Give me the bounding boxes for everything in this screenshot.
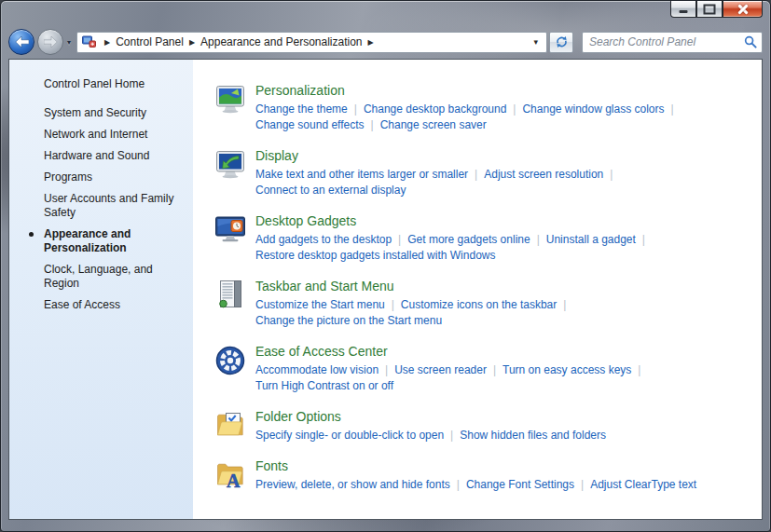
- task-link-line: Specify single- or double-click to open|…: [255, 428, 606, 443]
- refresh-icon: [555, 35, 569, 48]
- category-section: Taskbar and Start MenuCustomize the Star…: [213, 278, 754, 329]
- sidebar-item[interactable]: System and Security: [9, 102, 193, 124]
- maximize-button[interactable]: [696, 1, 723, 18]
- breadcrumb-control-panel[interactable]: Control Panel: [116, 35, 184, 48]
- task-link[interactable]: Restore desktop gadgets installed with W…: [255, 249, 495, 262]
- link-separator: |: [665, 102, 681, 116]
- sidebar-item-label: Appearance and Personalization: [44, 227, 131, 254]
- personalization-icon[interactable]: [213, 83, 247, 116]
- breadcrumb-chevron-icon[interactable]: ▶: [184, 38, 200, 47]
- search-icon[interactable]: [744, 35, 757, 48]
- sidebar-items: System and SecurityNetwork and InternetH…: [9, 102, 193, 316]
- link-separator: |: [348, 102, 364, 116]
- task-link-line: Connect to an external display: [255, 183, 619, 198]
- category-title[interactable]: Taskbar and Start Menu: [255, 278, 572, 294]
- link-separator: |: [379, 363, 394, 376]
- sidebar-item-label: Hardware and Sound: [44, 149, 149, 162]
- task-link[interactable]: Turn on easy access keys: [503, 363, 631, 376]
- svg-text:A: A: [227, 471, 241, 491]
- category-list: PersonalizationChange the theme|Change d…: [213, 82, 754, 493]
- task-link-line: Customize the Start menu|Customize icons…: [255, 297, 572, 313]
- task-link[interactable]: Use screen reader: [394, 363, 487, 376]
- task-link[interactable]: Change screen saver: [380, 118, 487, 131]
- recent-pages-dropdown-icon[interactable]: ▾: [67, 38, 71, 47]
- sidebar-item-label: Network and Internet: [44, 128, 147, 141]
- search-input[interactable]: [587, 34, 740, 49]
- desktop-gadgets-icon[interactable]: [213, 213, 247, 247]
- refresh-button[interactable]: [549, 32, 573, 53]
- task-link[interactable]: Adjust ClearType text: [590, 478, 696, 491]
- task-link[interactable]: Change window glass colors: [522, 102, 664, 116]
- address-bar[interactable]: ▶ Control Panel ▶ Appearance and Persona…: [76, 32, 547, 53]
- control-panel-icon: [82, 35, 96, 48]
- link-separator: |: [603, 168, 619, 181]
- task-link[interactable]: Add gadgets to the desktop: [255, 233, 392, 246]
- display-icon[interactable]: [213, 148, 247, 182]
- task-link[interactable]: Change the theme: [255, 102, 348, 116]
- breadcrumb-chevron-icon[interactable]: ▶: [99, 38, 116, 47]
- task-link[interactable]: Connect to an external display: [255, 184, 406, 197]
- sidebar-item[interactable]: Appearance and Personalization: [9, 224, 193, 259]
- sidebar-item[interactable]: Clock, Language, and Region: [9, 259, 193, 294]
- task-link[interactable]: Uninstall a gadget: [546, 233, 636, 246]
- task-link[interactable]: Get more gadgets online: [407, 233, 530, 246]
- fonts-icon[interactable]: A: [213, 458, 247, 492]
- ease-of-access-icon[interactable]: [213, 344, 247, 377]
- search-box[interactable]: [582, 32, 763, 53]
- folder-options-icon[interactable]: [213, 409, 247, 443]
- minimize-button[interactable]: [670, 1, 696, 18]
- task-link-line: Turn High Contrast on or off: [255, 378, 647, 394]
- sidebar-item-label: Ease of Access: [44, 298, 120, 311]
- link-separator: |: [365, 118, 380, 131]
- category-section: PersonalizationChange the theme|Change d…: [213, 82, 754, 133]
- link-separator: |: [487, 363, 503, 376]
- back-arrow-icon: [15, 36, 29, 48]
- task-link[interactable]: Turn High Contrast on or off: [255, 379, 393, 392]
- task-link-line: Make text and other items larger or smal…: [255, 167, 619, 183]
- taskbar-start-menu-icon[interactable]: [213, 279, 247, 312]
- category-title[interactable]: Ease of Access Center: [255, 343, 647, 360]
- task-link[interactable]: Accommodate low vision: [255, 363, 379, 376]
- sidebar-control-panel-home[interactable]: Control Panel Home: [44, 77, 187, 90]
- forward-button[interactable]: [37, 29, 63, 55]
- link-separator: |: [468, 168, 484, 181]
- task-link[interactable]: Adjust screen resolution: [484, 168, 603, 181]
- task-link[interactable]: Change the picture on the Start menu: [255, 314, 442, 327]
- maximize-icon: [704, 4, 716, 14]
- title-bar[interactable]: [1, 1, 770, 27]
- sidebar-item[interactable]: Network and Internet: [9, 124, 193, 145]
- task-link[interactable]: Customize the Start menu: [255, 298, 385, 311]
- category-section: Ease of Access CenterAccommodate low vis…: [213, 343, 754, 394]
- address-history-dropdown-icon[interactable]: ▾: [530, 37, 542, 47]
- breadcrumb-chevron-icon[interactable]: ▶: [363, 38, 379, 47]
- task-link[interactable]: Change desktop background: [364, 102, 506, 116]
- category-section: Folder OptionsSpecify single- or double-…: [213, 408, 754, 443]
- active-item-bullet-icon: [29, 232, 34, 237]
- close-button[interactable]: [723, 1, 763, 18]
- back-button[interactable]: [8, 29, 34, 55]
- window-body: Control Panel Home System and SecurityNe…: [8, 59, 763, 520]
- category-title[interactable]: Folder Options: [255, 408, 606, 425]
- category-title[interactable]: Desktop Gadgets: [255, 212, 652, 229]
- task-link-line: Add gadgets to the desktop|Get more gadg…: [255, 232, 652, 248]
- sidebar-item[interactable]: Ease of Access: [9, 294, 193, 316]
- task-link[interactable]: Make text and other items larger or smal…: [255, 168, 468, 181]
- task-link[interactable]: Show hidden files and folders: [460, 429, 606, 442]
- sidebar-item[interactable]: Programs: [9, 167, 193, 188]
- task-link[interactable]: Change Font Settings: [466, 478, 574, 491]
- category-title[interactable]: Fonts: [255, 457, 696, 474]
- category-title[interactable]: Personalization: [255, 82, 681, 99]
- task-link-line: Change the picture on the Start menu: [255, 313, 572, 329]
- link-separator: |: [631, 363, 647, 376]
- breadcrumb-appearance-personalization[interactable]: Appearance and Personalization: [200, 35, 362, 48]
- category-section: AFontsPreview, delete, or show and hide …: [213, 457, 754, 493]
- sidebar-item[interactable]: User Accounts and Family Safety: [9, 188, 193, 224]
- sidebar-item[interactable]: Hardware and Sound: [9, 145, 193, 167]
- task-link[interactable]: Preview, delete, or show and hide fonts: [255, 478, 450, 491]
- task-link[interactable]: Change sound effects: [255, 118, 365, 131]
- task-link[interactable]: Customize icons on the taskbar: [401, 298, 557, 311]
- window-controls: [670, 1, 763, 18]
- task-link-line: Accommodate low vision|Use screen reader…: [255, 362, 647, 378]
- task-link[interactable]: Specify single- or double-click to open: [255, 429, 444, 442]
- category-title[interactable]: Display: [255, 147, 619, 164]
